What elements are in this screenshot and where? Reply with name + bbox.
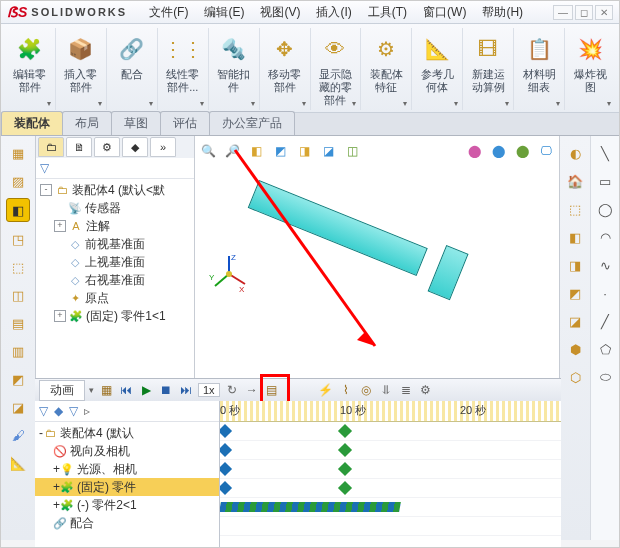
left-tool-7[interactable]: ▤ bbox=[7, 312, 29, 334]
display-style-icon[interactable]: ◩ bbox=[271, 142, 289, 160]
ribbon-new-motion[interactable]: 🎞新建运动算例▾ bbox=[463, 28, 514, 110]
r-tool-7[interactable]: ◪ bbox=[564, 310, 586, 332]
left-tool-9[interactable]: ◩ bbox=[7, 368, 29, 390]
collapse-icon[interactable]: ▽ bbox=[69, 404, 78, 418]
menu-view[interactable]: 视图(V) bbox=[252, 2, 308, 23]
expand-toggle[interactable]: + bbox=[53, 498, 60, 512]
model-part[interactable] bbox=[235, 180, 444, 314]
keyframe-icon[interactable] bbox=[338, 443, 352, 457]
timeline-row[interactable] bbox=[220, 517, 561, 536]
sk-rect-icon[interactable]: ▭ bbox=[594, 170, 616, 192]
expand-toggle[interactable]: + bbox=[54, 220, 66, 232]
left-tool-8[interactable]: ▥ bbox=[7, 340, 29, 362]
ribbon-bom[interactable]: 📋材料明细表▾ bbox=[514, 28, 565, 110]
timeline-row[interactable] bbox=[220, 441, 561, 460]
zoom-fit-icon[interactable]: 🔍 bbox=[199, 142, 217, 160]
timeline[interactable]: 0 秒10 秒20 秒 bbox=[220, 401, 561, 547]
panel-tab-feature[interactable]: 🗀 bbox=[38, 137, 64, 157]
doctab-sketch[interactable]: 草图 bbox=[111, 111, 161, 135]
view-triad[interactable]: Z X Y bbox=[209, 254, 249, 294]
minimize-button[interactable]: — bbox=[553, 5, 573, 20]
calc-icon[interactable]: ▦ bbox=[98, 382, 114, 398]
scene-icon[interactable]: ◪ bbox=[319, 142, 337, 160]
left-tool-4[interactable]: ◳ bbox=[7, 228, 29, 250]
appearance-icon[interactable]: ⬤ bbox=[465, 142, 483, 160]
timeline-row[interactable] bbox=[220, 460, 561, 479]
expand-toggle[interactable]: + bbox=[53, 462, 60, 476]
sk-circle-icon[interactable]: ◯ bbox=[594, 198, 616, 220]
appearance-icon-2[interactable]: ⬤ bbox=[489, 142, 507, 160]
left-tool-12[interactable]: 📐 bbox=[7, 452, 29, 474]
keyframe-icon[interactable] bbox=[220, 462, 232, 476]
keyframe-icon[interactable] bbox=[220, 424, 232, 438]
sk-poly-icon[interactable]: ⬠ bbox=[594, 338, 616, 360]
loop-icon[interactable]: ↻ bbox=[224, 382, 240, 398]
r-tool-5[interactable]: ◨ bbox=[564, 254, 586, 276]
expand-toggle[interactable]: - bbox=[40, 184, 52, 196]
timeline-row[interactable] bbox=[220, 422, 561, 441]
r-tool-9[interactable]: ⬡ bbox=[564, 366, 586, 388]
r-tool-6[interactable]: ◩ bbox=[564, 282, 586, 304]
r-tool-1[interactable]: ◐ bbox=[564, 142, 586, 164]
tree-node[interactable]: ◇前视基准面 bbox=[36, 235, 194, 253]
timeline-row[interactable] bbox=[220, 498, 561, 517]
ribbon-mate[interactable]: 🔗配合▾ bbox=[107, 28, 158, 110]
save-anim-icon[interactable]: → bbox=[244, 382, 260, 398]
motion-tree-node[interactable]: +💡光源、相机 bbox=[35, 460, 219, 478]
menu-edit[interactable]: 编辑(E) bbox=[196, 2, 252, 23]
left-tool-5[interactable]: ⬚ bbox=[7, 256, 29, 278]
sk-line-icon[interactable]: ╲ bbox=[594, 142, 616, 164]
options-icon[interactable]: ⚙ bbox=[418, 382, 434, 398]
sk-spline-icon[interactable]: ∿ bbox=[594, 254, 616, 276]
ribbon-smart-fastener[interactable]: 🔩智能扣件▾ bbox=[209, 28, 260, 110]
key-icon[interactable]: ◆ bbox=[54, 404, 63, 418]
left-tool-3[interactable]: ◧ bbox=[6, 198, 30, 222]
sk-arc-icon[interactable]: ◠ bbox=[594, 226, 616, 248]
doctab-office[interactable]: 办公室产品 bbox=[209, 111, 295, 135]
motion-tree-node[interactable]: 🚫视向及相机 bbox=[35, 442, 219, 460]
timeline-row[interactable] bbox=[220, 479, 561, 498]
tree-node[interactable]: +A注解 bbox=[36, 217, 194, 235]
filter-input[interactable] bbox=[49, 161, 191, 175]
expand-toggle[interactable]: + bbox=[53, 480, 60, 494]
panel-tab-property[interactable]: 🗎 bbox=[66, 137, 92, 157]
keyframe-icon[interactable] bbox=[220, 481, 232, 495]
ribbon-exploded[interactable]: 💥爆炸视图▾ bbox=[565, 28, 615, 110]
keyframe-icon[interactable] bbox=[338, 462, 352, 476]
tree-node[interactable]: ✦原点 bbox=[36, 289, 194, 307]
sk-line2-icon[interactable]: ╱ bbox=[594, 310, 616, 332]
menu-file[interactable]: 文件(F) bbox=[141, 2, 196, 23]
sk-point-icon[interactable]: ∙ bbox=[594, 282, 616, 304]
menu-window[interactable]: 窗口(W) bbox=[415, 2, 474, 23]
doctab-assembly[interactable]: 装配体 bbox=[1, 111, 63, 135]
back-start-icon[interactable]: ⏮ bbox=[118, 382, 134, 398]
fwd-end-icon[interactable]: ⏭ bbox=[178, 382, 194, 398]
r-tool-8[interactable]: ⬢ bbox=[564, 338, 586, 360]
spring-icon[interactable]: ⌇ bbox=[338, 382, 354, 398]
keyframe-icon[interactable] bbox=[338, 481, 352, 495]
render-icon[interactable]: 🖵 bbox=[537, 142, 555, 160]
feature-filter[interactable]: ▽ bbox=[36, 158, 194, 179]
menu-help[interactable]: 帮助(H) bbox=[474, 2, 531, 23]
panel-tab-display[interactable]: ◆ bbox=[122, 137, 148, 157]
left-tool-10[interactable]: ◪ bbox=[7, 396, 29, 418]
r-tool-4[interactable]: ◧ bbox=[564, 226, 586, 248]
menu-tools[interactable]: 工具(T) bbox=[360, 2, 415, 23]
close-button[interactable]: ✕ bbox=[595, 5, 613, 20]
tree-node[interactable]: +🧩(固定) 零件1<1 bbox=[36, 307, 194, 325]
sk-ellipse-icon[interactable]: ⬭ bbox=[594, 366, 616, 388]
ribbon-ref-geom[interactable]: 📐参考几何体▾ bbox=[412, 28, 463, 110]
contact-icon[interactable]: ◎ bbox=[358, 382, 374, 398]
filter-icon[interactable]: ▽ bbox=[39, 404, 48, 418]
tree-node[interactable]: 📡传感器 bbox=[36, 199, 194, 217]
expand-icon[interactable]: ▹ bbox=[84, 404, 90, 418]
time-ruler[interactable]: 0 秒10 秒20 秒 bbox=[220, 401, 561, 422]
menu-insert[interactable]: 插入(I) bbox=[308, 2, 359, 23]
zoom-area-icon[interactable]: 🔎 bbox=[223, 142, 241, 160]
ribbon-edit-part[interactable]: 🧩编辑零部件▾ bbox=[5, 28, 56, 110]
left-tool-1[interactable]: ▦ bbox=[7, 142, 29, 164]
motion-tree-node[interactable]: -🗀装配体4 (默认 bbox=[35, 424, 219, 442]
motion-type-dropdown[interactable]: 动画 bbox=[39, 380, 85, 401]
motion-tree-node[interactable]: 🔗配合 bbox=[35, 514, 219, 532]
ribbon-linear-pattern[interactable]: ⋮⋮线性零部件...▾ bbox=[158, 28, 209, 110]
